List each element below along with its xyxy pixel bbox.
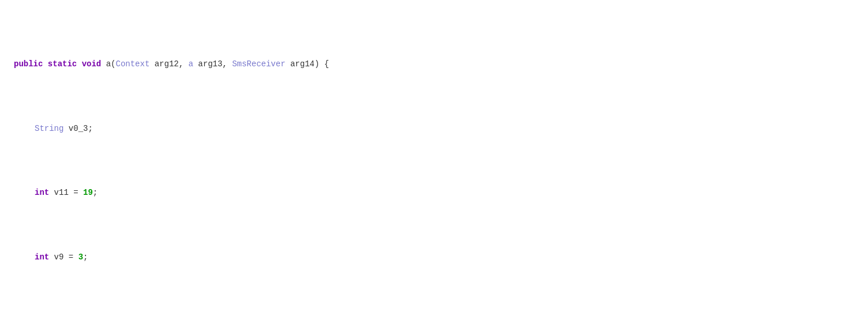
code-line-3: int v11 = 19; — [12, 186, 856, 199]
code-line-1: public static void a(Context arg12, a ar… — [12, 58, 856, 70]
keyword-void: void — [82, 58, 102, 70]
code-line-4: int v9 = 3; — [12, 251, 856, 263]
keyword-int-1: int — [35, 186, 49, 199]
keyword-public: public — [14, 58, 43, 70]
code-line-2: String v0_3; — [12, 122, 856, 135]
type-smsreceiver: SmsReceiver — [232, 58, 285, 70]
type-context: Context — [115, 58, 149, 70]
code-block: public static void a(Context arg12, a ar… — [12, 6, 856, 309]
type-string-1: String — [35, 122, 63, 135]
keyword-int-2: int — [35, 251, 49, 263]
number-19: 19 — [83, 186, 93, 199]
keyword-static: static — [48, 58, 77, 70]
type-a: a — [189, 58, 193, 70]
number-3: 3 — [78, 251, 83, 263]
